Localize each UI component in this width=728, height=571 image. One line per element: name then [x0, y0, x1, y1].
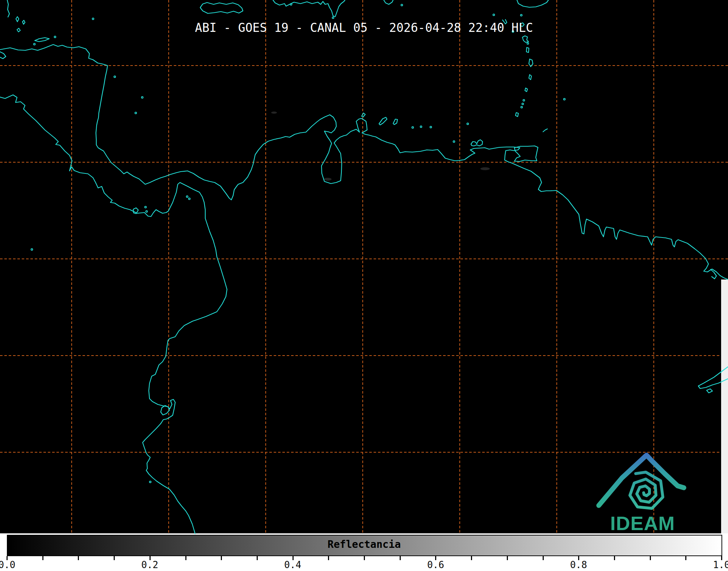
faint-cloud — [324, 178, 332, 181]
colorbar-tick-label: 0.6 — [427, 559, 444, 570]
coastline-layer — [0, 0, 728, 534]
islet-coiba-east-2 — [146, 211, 148, 213]
islet-utila — [34, 43, 35, 45]
islet-cayos-miskitos — [114, 76, 116, 78]
colorbar-minor-tick — [364, 556, 365, 560]
colorbar-minor-tick — [543, 556, 544, 560]
colorbar-minor-tick — [685, 556, 686, 560]
islet-barbados — [564, 98, 565, 100]
island-guadeloupe — [522, 36, 529, 42]
colorbar-label: Reflectancia — [7, 538, 721, 550]
islet-orchila — [430, 126, 432, 128]
nodata-strip-layer — [721, 280, 728, 533]
logo-hurricane-spiral-icon — [630, 472, 663, 508]
island-jamaica — [200, 3, 243, 13]
islet-guanaja — [54, 36, 56, 38]
colorbar-minor-tick — [78, 556, 79, 560]
island-dominica — [526, 47, 529, 53]
island-grenada — [516, 113, 518, 117]
logo-text: IDEAM — [610, 513, 676, 533]
island-st-lucia — [529, 75, 531, 80]
coast-puerto-rico-south — [517, 0, 548, 7]
colorbar-tick-label: 0.4 — [284, 559, 301, 570]
faint-cloud — [271, 112, 277, 114]
colorbar-minor-tick — [650, 556, 651, 560]
islet-los-roques-2 — [420, 126, 422, 128]
colorbar-minor-tick — [221, 556, 222, 560]
island-trinidad — [514, 146, 538, 161]
islet-grenadines-1 — [523, 100, 525, 101]
colorbar-minor-tick — [257, 556, 258, 560]
islet-cocos — [31, 249, 33, 251]
coast-belize-fragment — [7, 0, 9, 17]
islet-pearl-2 — [189, 198, 190, 200]
colorbar-minor-tick — [471, 556, 472, 560]
graticule-grid — [0, 0, 728, 533]
islet-ile-a-vache — [290, 4, 292, 5]
ideam-logo-icon — [599, 455, 684, 508]
islet-san-andres — [135, 112, 137, 114]
colorbar-tick-label: 0.0 — [0, 559, 15, 570]
islet-mona — [401, 4, 403, 6]
satellite-image-viewport: ABI - GOES 19 - CANAL 05 - 2026-04-28 22… — [0, 0, 728, 571]
islet-barbuda — [521, 14, 522, 16]
islet-saba — [493, 14, 495, 16]
colorbar-minor-tick — [614, 556, 615, 560]
map-canvas — [0, 0, 728, 571]
colorbar-tick-label: 1.0 — [713, 559, 728, 570]
coast-cayenne-hook — [711, 269, 716, 279]
islet-marie-galante — [527, 43, 529, 45]
colorbar-minor-tick — [507, 556, 508, 560]
coast-hispaniola-south — [273, 0, 345, 17]
islet-coiba-east-1 — [145, 206, 147, 208]
island-tobago — [543, 129, 547, 132]
island-amazon-islet — [707, 389, 712, 393]
islet-grenadines-2 — [522, 103, 524, 105]
islet-tortuga — [453, 141, 455, 143]
colorbar-minor-tick — [185, 556, 186, 560]
colorbar-tick-label: 0.8 — [570, 559, 587, 570]
colorbar-tick-label: 0.2 — [141, 559, 158, 570]
nodata-strip — [721, 280, 728, 533]
island-puna — [161, 406, 169, 415]
island-curacao — [379, 117, 387, 125]
islet-blanquilla — [467, 123, 469, 125]
island-margarita — [471, 140, 483, 146]
islet-lobos-de-tierra — [150, 481, 151, 483]
coast-pacific-mainland — [0, 95, 227, 534]
colorbar-minor-tick — [42, 556, 43, 560]
islet-alto-velo — [332, 17, 334, 19]
coast-amatique-fragment — [0, 52, 6, 59]
colorbar-minor-tick — [114, 556, 115, 560]
islet-los-roques-1 — [412, 127, 414, 129]
island-roatan — [35, 38, 49, 42]
island-bonaire — [393, 119, 397, 125]
image-title: ABI - GOES 19 - CANAL 05 - 2026-04-28 22… — [0, 21, 728, 35]
islet-swan — [92, 18, 94, 20]
island-aruba — [362, 113, 365, 117]
colorbar-minor-tick — [328, 556, 329, 560]
colorbar-minor-tick — [400, 556, 401, 560]
coast-hispaniola-east — [384, 0, 393, 4]
islet-pearl-1 — [186, 196, 188, 198]
island-st-vincent — [525, 88, 527, 92]
islet-providencia — [142, 97, 143, 98]
islet-grenadines-3 — [521, 106, 523, 108]
faint-cloud — [480, 167, 490, 170]
